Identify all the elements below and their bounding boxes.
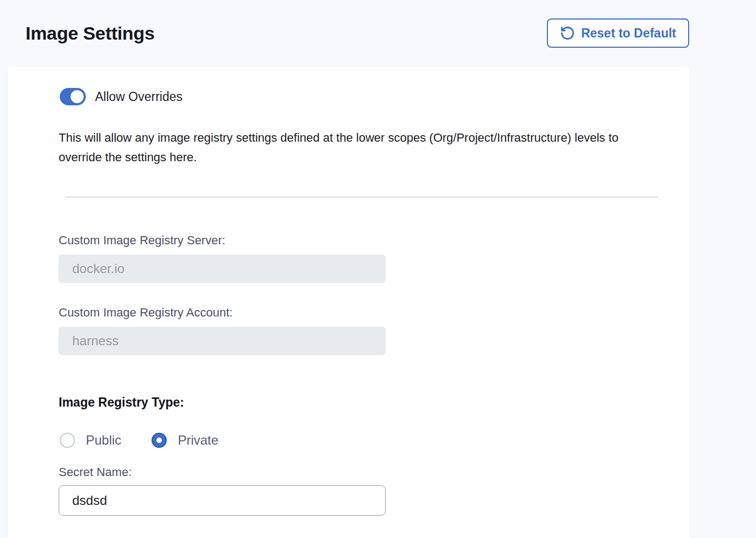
reset-ccw-icon bbox=[560, 26, 575, 41]
overrides-description: This will allow any image registry setti… bbox=[59, 128, 664, 167]
allow-overrides-row: Allow Overrides bbox=[60, 88, 668, 105]
registry-account-field: Custom Image Registry Account: bbox=[59, 306, 668, 355]
registry-account-input bbox=[59, 327, 386, 355]
registry-type-radio-group: Public Private bbox=[60, 433, 668, 448]
radio-public-circle[interactable] bbox=[60, 433, 75, 448]
radio-option-private[interactable]: Private bbox=[152, 433, 218, 448]
allow-overrides-toggle[interactable] bbox=[60, 88, 86, 105]
radio-private-circle[interactable] bbox=[152, 433, 167, 448]
allow-overrides-label: Allow Overrides bbox=[95, 90, 182, 104]
radio-private-label: Private bbox=[178, 433, 218, 448]
registry-server-field: Custom Image Registry Server: bbox=[59, 233, 668, 283]
secret-name-label: Secret Name: bbox=[59, 465, 668, 479]
registry-account-label: Custom Image Registry Account: bbox=[59, 306, 668, 320]
toggle-knob bbox=[71, 90, 84, 103]
secret-name-input[interactable] bbox=[59, 485, 386, 516]
radio-public-label: Public bbox=[86, 433, 121, 448]
secret-name-field: Secret Name: bbox=[59, 465, 668, 516]
reset-to-default-button[interactable]: Reset to Default bbox=[547, 18, 689, 48]
section-divider bbox=[65, 197, 658, 198]
registry-server-label: Custom Image Registry Server: bbox=[59, 233, 668, 248]
image-settings-card: Allow Overrides This will allow any imag… bbox=[8, 66, 690, 538]
reset-button-label: Reset to Default bbox=[581, 26, 676, 41]
page-header: Image Settings Reset to Default bbox=[0, 0, 756, 66]
registry-type-label: Image Registry Type: bbox=[59, 395, 668, 410]
page-title: Image Settings bbox=[26, 23, 155, 44]
radio-option-public[interactable]: Public bbox=[60, 433, 121, 448]
registry-server-input bbox=[59, 255, 386, 283]
